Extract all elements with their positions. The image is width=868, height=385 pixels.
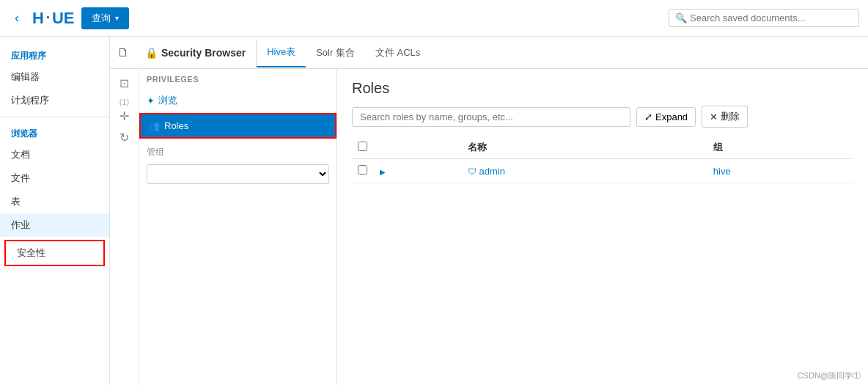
sidebar-item-file[interactable]: 文件 — [0, 166, 109, 190]
panel-count: (1) — [119, 98, 129, 106]
icon-panel: ⊡ (1) ✛ ↻ — [110, 69, 139, 385]
expand-button[interactable]: ⤢ Expand — [636, 107, 696, 127]
logo-ue: UE — [52, 9, 75, 28]
app-section-title: 应用程序 — [0, 44, 109, 65]
roles-table-body: ▶ 🛡 admin hive — [352, 159, 853, 183]
roles-icon: 👥 — [148, 120, 160, 131]
navbar-right: 🔍 — [669, 9, 859, 27]
row-checkbox[interactable] — [358, 165, 367, 175]
sidebar-divider — [0, 117, 109, 117]
icon-area: 🗋 — [117, 46, 129, 59]
browser-section-title: 浏览器 — [0, 122, 109, 143]
sidebar-item-table[interactable]: 表 — [0, 190, 109, 213]
content-area: 🗋 🔒 Security Browser Hive表 Solr 集合 文件 AC… — [110, 37, 868, 385]
delete-label: 删除 — [721, 110, 740, 123]
csdn-watermark: CSDN@陈同学① — [798, 370, 861, 381]
navbar: ‹ H·UE 查询 ▾ 🔍 — [0, 0, 868, 37]
logo: H·UE — [32, 9, 74, 28]
tab-solr[interactable]: Solr 集合 — [306, 39, 365, 67]
select-all-checkbox[interactable] — [358, 142, 367, 151]
query-dropdown-arrow: ▾ — [115, 14, 119, 22]
panel-icon-1[interactable]: ⊡ — [119, 76, 129, 90]
browse-icon: ✦ — [147, 95, 155, 106]
roles-table: 名称 组 ▶ 🛡 — [352, 136, 853, 183]
delete-button[interactable]: ✕ 删除 — [702, 106, 748, 128]
doc-icon: 🗋 — [117, 46, 129, 59]
tab-hive-table[interactable]: Hive表 — [257, 38, 306, 67]
admin-link[interactable]: admin — [479, 166, 505, 177]
search-input[interactable] — [690, 12, 851, 23]
row-checkbox-cell — [352, 159, 374, 183]
priv-item-roles[interactable]: 👥 Roles — [139, 113, 336, 139]
logo-dot: · — [46, 10, 50, 26]
sidebar-item-doc[interactable]: 文档 — [0, 143, 109, 166]
row-expand-icon[interactable]: ▶ — [380, 168, 386, 176]
query-button-label: 查询 — [92, 12, 111, 25]
tab-security-browser[interactable]: 🔒 Security Browser — [135, 40, 257, 66]
group-select[interactable] — [147, 164, 329, 184]
privileges-list: ✦ 浏览 👥 Roles — [139, 87, 336, 143]
sidebar-item-scheduler[interactable]: 计划程序 — [0, 89, 109, 112]
privileges-header: PRIVILEGES — [139, 69, 336, 87]
priv-item-browse[interactable]: ✦ 浏览 — [139, 89, 336, 111]
privileges-title: PRIVILEGES — [147, 75, 199, 84]
body-panel: ⊡ (1) ✛ ↻ PRIVILEGES ✦ 浏览 👥 Roles — [110, 69, 868, 385]
navbar-left: ‹ H·UE 查询 ▾ — [9, 7, 129, 29]
roles-page-title: Roles — [352, 80, 853, 97]
main-layout: 应用程序 编辑器 计划程序 浏览器 文档 文件 表 作业 安全性 🗋 🔒 Sec… — [0, 37, 868, 385]
table-row: ▶ 🛡 admin hive — [352, 159, 853, 183]
roles-toolbar: ⤢ Expand ✕ 删除 — [352, 106, 853, 128]
col-expand — [374, 136, 462, 159]
col-checkbox — [352, 136, 374, 159]
privileges-panel: PRIVILEGES ✦ 浏览 👥 Roles 管组 — [139, 69, 337, 385]
roles-content: Roles ⤢ Expand ✕ 删除 — [337, 69, 868, 385]
row-group-cell: hive — [707, 159, 853, 183]
roles-label: Roles — [164, 120, 188, 131]
roles-table-head: 名称 组 — [352, 136, 853, 159]
col-group: 组 — [707, 136, 853, 159]
sidebar-item-job[interactable]: 作业 — [0, 213, 109, 237]
lock-icon: 🔒 — [145, 47, 158, 59]
col-name: 名称 — [462, 136, 707, 159]
group-link[interactable]: hive — [713, 166, 731, 177]
panel-refresh-icon[interactable]: ↻ — [119, 131, 129, 144]
back-button[interactable]: ‹ — [9, 7, 25, 29]
delete-icon: ✕ — [710, 111, 718, 122]
roles-table-header-row: 名称 组 — [352, 136, 853, 159]
sidebar: 应用程序 编辑器 计划程序 浏览器 文档 文件 表 作业 安全性 — [0, 37, 110, 385]
row-expand-cell: ▶ — [374, 159, 462, 183]
expand-icon: ⤢ — [644, 111, 652, 122]
search-icon: 🔍 — [675, 12, 687, 23]
expand-label: Expand — [655, 111, 688, 122]
security-browser-label: Security Browser — [161, 47, 246, 59]
tab-file-acl[interactable]: 文件 ACLs — [365, 39, 430, 67]
sidebar-item-security[interactable]: 安全性 — [4, 240, 105, 266]
shield-icon: 🛡 — [468, 166, 477, 177]
tab-header: 🗋 🔒 Security Browser Hive表 Solr 集合 文件 AC… — [110, 37, 868, 69]
search-bar: 🔍 — [669, 9, 859, 27]
browse-label: 浏览 — [158, 94, 177, 107]
group-dropdown — [147, 164, 329, 184]
sidebar-item-editor[interactable]: 编辑器 — [0, 65, 109, 89]
group-section-label: 管组 — [139, 143, 336, 161]
logo-h: H — [32, 9, 44, 28]
panel-add-icon[interactable]: ✛ — [119, 109, 129, 123]
row-name-cell: 🛡 admin — [462, 159, 707, 183]
roles-search-input[interactable] — [352, 107, 630, 127]
query-button[interactable]: 查询 ▾ — [81, 7, 129, 29]
